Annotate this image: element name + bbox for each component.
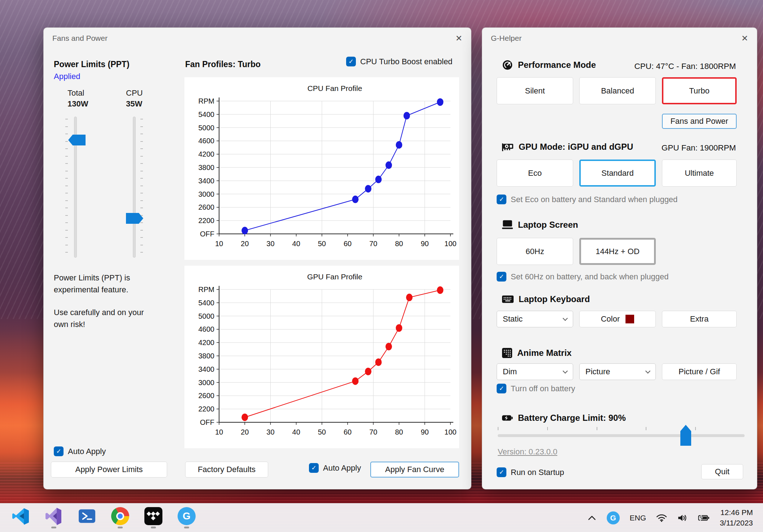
- anime-picture-gif-button[interactable]: Picture / Gif: [662, 363, 737, 380]
- keyboard-color-button[interactable]: Color: [579, 311, 656, 327]
- chevron-down-icon: [645, 368, 650, 373]
- cpu-fan-chart[interactable]: OFF220026003000340038004200460050005400R…: [184, 77, 459, 260]
- gpu-eco-auto-checkbox[interactable]: [497, 195, 506, 204]
- fans-and-power-button[interactable]: Fans and Power: [662, 114, 737, 129]
- gpu-eco-auto-row: Set Eco on battery and Standard when plu…: [497, 195, 677, 204]
- anime-battery-off-checkbox[interactable]: [497, 384, 506, 393]
- gpu-mode-standard-button[interactable]: Standard: [579, 160, 656, 187]
- svg-text:10: 10: [215, 240, 223, 248]
- svg-text:60: 60: [344, 240, 352, 248]
- svg-text:RPM: RPM: [199, 97, 214, 105]
- running-indicator: [151, 527, 156, 528]
- vscode-icon: [12, 507, 30, 525]
- fans-window-titlebar[interactable]: Fans and Power ✕: [44, 28, 471, 49]
- battery-slider-track[interactable]: [498, 434, 745, 437]
- cpu-slider-track[interactable]: [133, 117, 136, 258]
- total-slider-value: 130W: [67, 99, 88, 109]
- gpu-mode-ultimate-button[interactable]: Ultimate: [662, 160, 737, 187]
- gpu-card-icon: [502, 143, 514, 151]
- gpu-mode-eco-button[interactable]: Eco: [497, 160, 573, 187]
- chevron-down-icon: [563, 368, 568, 373]
- refresh-144hz-button[interactable]: 144Hz + OD: [579, 238, 656, 265]
- screen-60hz-auto-checkbox[interactable]: [497, 272, 506, 282]
- total-slider-handle[interactable]: [68, 135, 86, 145]
- keyboard-extra-button[interactable]: Extra: [662, 311, 737, 327]
- taskbar-ghelper-button[interactable]: G: [177, 507, 196, 528]
- taskbar-powershell-button[interactable]: [77, 507, 97, 528]
- svg-text:5000: 5000: [199, 124, 215, 132]
- powershell-icon: [78, 507, 96, 525]
- quit-button[interactable]: Quit: [701, 464, 743, 479]
- system-tray: G ENG 12:46 PM 3/11/2023: [587, 507, 763, 528]
- screen-60hz-auto-row: Set 60Hz on battery, and back when plugg…: [497, 272, 668, 282]
- apply-power-limits-button[interactable]: Apply Power Limits: [51, 462, 167, 478]
- gauge-icon: [502, 60, 513, 70]
- power-auto-apply-checkbox[interactable]: [54, 446, 64, 456]
- perf-mode-turbo-button[interactable]: Turbo: [662, 77, 737, 104]
- refresh-60hz-button[interactable]: 60Hz: [497, 238, 573, 265]
- svg-text:4600: 4600: [199, 137, 215, 145]
- taskbar-clock[interactable]: 12:46 PM 3/11/2023: [720, 507, 753, 528]
- svg-text:OFF: OFF: [200, 230, 214, 238]
- laptop-screen-heading: Laptop Screen: [502, 220, 578, 230]
- perf-mode-silent-button[interactable]: Silent: [497, 77, 573, 104]
- startup-checkbox[interactable]: [497, 467, 506, 477]
- perf-mode-balanced-button[interactable]: Balanced: [579, 77, 656, 104]
- svg-text:80: 80: [395, 240, 403, 248]
- keyboard-mode-select[interactable]: Static: [497, 311, 573, 327]
- fans-window-title: Fans and Power: [52, 34, 108, 43]
- chrome-icon: [111, 507, 129, 525]
- svg-text:3000: 3000: [199, 190, 215, 198]
- language-indicator[interactable]: ENG: [630, 514, 646, 522]
- taskbar-tidal-button[interactable]: [144, 507, 163, 528]
- taskbar-visual-studio-button[interactable]: [44, 507, 64, 528]
- svg-text:40: 40: [292, 428, 300, 436]
- power-limits-warning-2: Use carefully and on your own risk!: [54, 306, 151, 330]
- svg-text:100: 100: [444, 428, 456, 436]
- running-indicator: [184, 527, 189, 528]
- svg-text:3000: 3000: [199, 379, 215, 387]
- turbo-boost-checkbox[interactable]: [346, 57, 356, 66]
- svg-text:70: 70: [369, 428, 377, 436]
- fan-auto-apply-label: Auto Apply: [323, 463, 361, 473]
- ghelper-title: G-Helper: [491, 34, 522, 43]
- svg-text:20: 20: [241, 240, 249, 248]
- total-slider-ticks: [65, 119, 68, 256]
- color-swatch: [625, 315, 634, 323]
- svg-text:3400: 3400: [199, 177, 215, 185]
- anime-matrix-heading: Anime Matrix: [502, 348, 572, 358]
- power-limits-heading: Power Limits (PPT): [54, 60, 130, 69]
- wifi-icon[interactable]: [656, 514, 667, 522]
- gpu-fan-chart[interactable]: OFF220026003000340038004200460050005400R…: [184, 266, 459, 448]
- turbo-boost-row: CPU Turbo Boost enabled: [346, 57, 453, 66]
- svg-text:30: 30: [266, 240, 274, 248]
- svg-text:CPU Fan Profile: CPU Fan Profile: [308, 84, 362, 92]
- anime-brightness-select[interactable]: Dim: [497, 363, 573, 380]
- fan-auto-apply-checkbox[interactable]: [309, 463, 319, 473]
- ghelper-titlebar[interactable]: G-Helper ✕: [482, 28, 757, 49]
- taskbar-chrome-button[interactable]: [110, 507, 130, 528]
- apply-fan-curve-button[interactable]: Apply Fan Curve: [370, 462, 459, 478]
- taskbar-vscode-button[interactable]: [11, 507, 30, 528]
- close-icon[interactable]: ✕: [455, 34, 462, 43]
- close-icon[interactable]: ✕: [741, 34, 748, 43]
- fan-auto-apply-row: Auto Apply: [309, 463, 361, 473]
- anime-content-select[interactable]: Picture: [579, 363, 656, 380]
- svg-text:5400: 5400: [199, 299, 215, 307]
- total-slider-label: Total: [67, 88, 84, 98]
- clock-date: 3/11/2023: [720, 518, 753, 528]
- svg-text:OFF: OFF: [200, 418, 214, 426]
- version-link[interactable]: Version: 0.23.0.0: [498, 447, 557, 457]
- screen-icon: [502, 220, 513, 230]
- chevron-down-icon: [563, 315, 568, 320]
- svg-text:100: 100: [444, 240, 456, 248]
- svg-text:4200: 4200: [199, 150, 215, 158]
- tray-expand-chevron-icon[interactable]: [587, 514, 597, 522]
- battery-slider-ticks: [498, 427, 745, 430]
- svg-text:2200: 2200: [199, 217, 215, 224]
- volume-icon[interactable]: [677, 514, 688, 522]
- factory-defaults-button[interactable]: Factory Defaults: [185, 462, 268, 478]
- svg-text:90: 90: [421, 428, 429, 436]
- battery-charging-icon[interactable]: [698, 514, 710, 522]
- g-helper-tray-icon[interactable]: G: [607, 511, 620, 524]
